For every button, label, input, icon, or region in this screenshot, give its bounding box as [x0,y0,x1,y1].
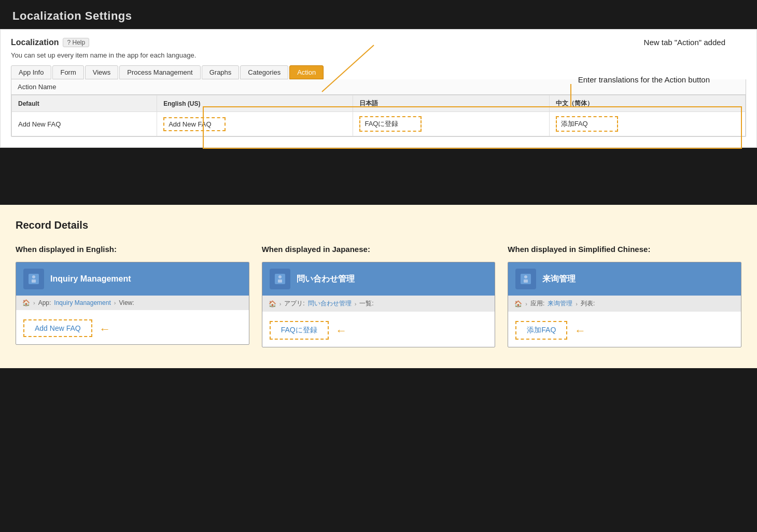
svg-rect-10 [524,279,528,283]
japanese-col-title: When displayed in Japanese: [262,244,496,255]
app-label-english: App: [38,299,51,306]
col-header-japanese: 日本語 [353,95,549,112]
japanese-app-card: 問い合わせ管理 🏠 › アプリ: 問い合わせ管理 › 一覧: FAQに登録 ← [262,262,496,347]
app-value-chinese: 来询管理 [548,299,572,308]
japanese-action-button[interactable]: FAQに登録 [270,321,329,340]
english-app-title: Inquiry Management [50,274,242,284]
chinese-col-title: When displayed in Simplified Chinese: [508,244,741,255]
svg-rect-7 [278,279,282,283]
tab-process-management[interactable]: Process Management [119,65,200,79]
demo-col-japanese: When displayed in Japanese: 問い合わせ管理 🏠 › [262,244,496,347]
svg-point-6 [278,275,282,278]
page-title: Localization Settings [12,9,745,23]
localization-panel: New tab "Action" added Localization ? He… [0,29,757,148]
help-button[interactable]: ? Help [63,38,89,47]
card-header-english: Inquiry Management [16,262,249,296]
cell-english[interactable]: Add New FAQ [157,112,353,136]
cell-default: Add New FAQ [12,112,157,136]
app-label-chinese: 应用: [530,299,544,308]
demo-col-chinese: When displayed in Simplified Chinese: 来询… [508,244,741,347]
col-header-chinese: 中文（简体） [549,95,745,112]
app-label-japanese: アプリ: [284,299,304,308]
localization-table: Default English (US) 日本語 中文（简体） Add New … [11,95,746,136]
app-value-english: Inquiry Management [54,299,110,306]
home-icon-chinese: 🏠 [514,300,522,307]
callout-new-tab: New tab "Action" added [644,38,725,47]
chinese-translation-input[interactable]: 添加FAQ [556,116,618,132]
panel-description: You can set up every item name in the ap… [11,51,746,59]
english-card-body: Add New FAQ ← [16,310,249,344]
svg-rect-4 [32,279,36,283]
table-row: Add New FAQ Add New FAQ FAQに登録 添加FAQ [12,112,746,136]
chinese-app-card: 来询管理 🏠 › 应用: 来询管理 › 列表: 添加FAQ ← [508,262,741,347]
view-label-chinese: 列表: [581,299,595,308]
view-label-english: View: [119,299,134,306]
chinese-card-body: 添加FAQ ← [508,312,741,347]
record-details-title: Record Details [16,219,741,231]
cell-chinese[interactable]: 添加FAQ [549,112,745,136]
english-action-button[interactable]: Add New FAQ [23,319,92,337]
demo-columns: When displayed in English: Inquiry Manag… [16,244,741,347]
card-header-japanese: 問い合わせ管理 [262,262,495,296]
bottom-section: Record Details When displayed in English… [0,205,757,368]
panel-title: Localization [11,38,59,47]
cell-japanese[interactable]: FAQに登録 [353,112,549,136]
japanese-breadcrumb: 🏠 › アプリ: 問い合わせ管理 › 一覧: [262,296,495,312]
app-icon-chinese [515,269,536,289]
localization-table-wrapper: Action Name Default English (US) 日本語 中文（… [11,79,746,137]
tab-form[interactable]: Form [52,65,83,79]
tab-action[interactable]: Action [289,65,324,79]
app-icon-english [23,269,44,289]
black-separator [0,148,757,205]
english-translation-input[interactable]: Add New FAQ [163,117,226,131]
callout-translations: Enter translations for the Action button [578,75,710,84]
tab-categories[interactable]: Categories [240,65,288,79]
svg-point-9 [524,275,527,278]
english-arrow-icon: ← [99,323,110,336]
chinese-breadcrumb: 🏠 › 应用: 来询管理 › 列表: [508,296,741,312]
chinese-app-title: 来询管理 [542,274,734,285]
col-header-english: English (US) [157,95,353,112]
english-col-title: When displayed in English: [16,244,249,255]
japanese-app-title: 問い合わせ管理 [297,274,488,285]
view-label-japanese: 一覧: [359,299,373,308]
home-icon-english: 🏠 [22,299,30,306]
app-icon-japanese [270,269,290,289]
english-app-card: Inquiry Management 🏠 › App: Inquiry Mana… [16,262,249,345]
japanese-arrow-icon: ← [335,324,347,338]
card-header-chinese: 来询管理 [508,262,741,296]
demo-col-english: When displayed in English: Inquiry Manag… [16,244,249,347]
page-header: Localization Settings [0,0,757,29]
english-breadcrumb: 🏠 › App: Inquiry Management › View: [16,296,249,310]
app-value-japanese: 問い合わせ管理 [308,299,352,308]
japanese-card-body: FAQに登録 ← [262,312,495,347]
col-header-default: Default [12,95,157,112]
japanese-translation-input[interactable]: FAQに登録 [359,116,422,132]
chinese-arrow-icon: ← [574,324,586,338]
tab-app-info[interactable]: App Info [11,65,51,79]
svg-point-3 [32,275,35,278]
tab-graphs[interactable]: Graphs [202,65,240,79]
home-icon-japanese: 🏠 [269,300,276,307]
tab-views[interactable]: Views [85,65,118,79]
chinese-action-button[interactable]: 添加FAQ [515,321,567,340]
